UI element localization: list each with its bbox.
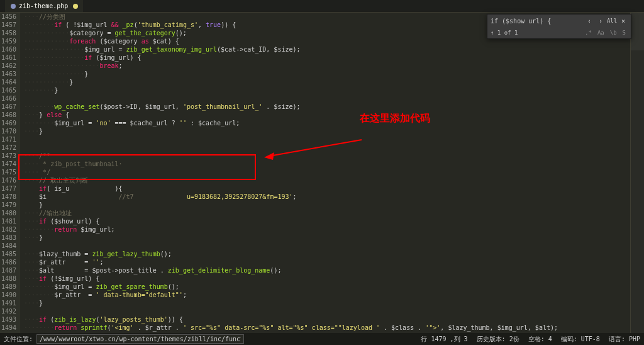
code-line — [24, 94, 630, 103]
find-regex-option[interactable]: .* — [583, 29, 594, 37]
line-number: 1464 — [0, 78, 16, 86]
code-line: ···· */ — [24, 168, 630, 176]
find-input[interactable] — [491, 18, 582, 25]
line-number: 1469 — [0, 119, 16, 127]
line-number: 1456 — [0, 13, 16, 21]
code-line: if( is_u ){ — [24, 184, 630, 193]
code-line: ············} — [24, 78, 630, 86]
line-number: 1484 — [0, 242, 16, 250]
find-panel: ‹ › All × ↑ 1 of 1 .* Aa \b S — [487, 14, 631, 39]
code-line: ····$alt = $post->post_title . zib_get_d… — [24, 266, 630, 274]
line-gutter: 1456145714581459146014611462146314641465… — [0, 13, 20, 333]
code-line: ····if (zib_is_lazy('lazy_posts_thumb'))… — [24, 315, 630, 324]
line-number: 1487 — [0, 266, 16, 274]
line-number: 1482 — [0, 225, 16, 234]
tab-filename: zib-theme.php — [19, 3, 68, 9]
code-line: ················} — [24, 70, 630, 78]
line-number: 1461 — [0, 54, 16, 62]
minimap[interactable] — [630, 13, 644, 333]
code-line: ····//输出地址 — [24, 209, 630, 217]
code-line — [24, 242, 630, 250]
minimap-viewport[interactable] — [631, 13, 644, 50]
line-number: 1474 — [0, 160, 16, 168]
line-number: 1460 — [0, 45, 16, 54]
line-number: 1463 — [0, 70, 16, 78]
line-number: 1486 — [0, 258, 16, 266]
code-line: ····} else { — [24, 111, 630, 119]
status-bar: 文件位置: 行 1479 ,列 3 历史版本: 2份 空格: 4 编码: UTF… — [0, 333, 644, 345]
find-all-button[interactable]: All — [608, 16, 616, 25]
code-line: $i //t7 u=9183682,3925278027&fm=193'; — [24, 193, 630, 201]
status-path-input[interactable] — [36, 334, 244, 344]
code-line: ····/** — [24, 152, 630, 160]
find-next-button[interactable]: › — [596, 16, 605, 25]
line-number: 1494 — [0, 324, 16, 332]
line-number: 1483 — [0, 234, 16, 242]
annotation-text: 在这里添加代码 — [360, 112, 430, 125]
line-number: 1493 — [0, 315, 16, 324]
status-history[interactable]: 历史版本: 2份 — [477, 335, 519, 344]
line-number: 1492 — [0, 307, 16, 315]
line-number: 1462 — [0, 62, 16, 70]
svg-point-0 — [11, 4, 16, 9]
line-number: 1473 — [0, 152, 16, 160]
modified-indicator — [73, 4, 78, 9]
code-line: ····} — [24, 234, 630, 242]
code-line: ····if ($show_url) { — [24, 217, 630, 225]
line-number: 1485 — [0, 250, 16, 258]
status-encoding[interactable]: 编码: UTF-8 — [561, 335, 600, 344]
code-line: ···· * zib_post_thumbnail· — [24, 160, 630, 168]
code-line: ····} — [24, 127, 630, 135]
tab-bar: zib-theme.php — [0, 0, 644, 13]
find-count: 1 of 1 — [497, 30, 518, 36]
line-number: 1481 — [0, 217, 16, 225]
line-number: 1465 — [0, 86, 16, 94]
line-number: 1479 — [0, 201, 16, 209]
find-selection-option[interactable]: S — [621, 29, 628, 37]
editor: 1456145714581459146014611462146314641465… — [0, 13, 644, 333]
status-spaces[interactable]: 空格: 4 — [528, 335, 552, 344]
line-number: 1466 — [0, 94, 16, 103]
line-number: 1478 — [0, 193, 16, 201]
find-word-option[interactable]: \b — [608, 29, 619, 37]
code-line: ········$r_attr = ' data-thumb="default"… — [24, 291, 630, 299]
line-number: 1470 — [0, 127, 16, 135]
file-tab[interactable]: zib-theme.php — [5, 0, 83, 12]
code-line: ········return $img_url; — [24, 225, 630, 234]
line-number: 1467 — [0, 103, 16, 111]
line-number: 1477 — [0, 184, 16, 193]
code-line: ········$img_url = zib_get_spare_thumb()… — [24, 283, 630, 291]
code-area[interactable]: ····//分类图········if ( !$img_url && _pz('… — [20, 13, 630, 333]
code-line: ····// 取出主页判断 — [24, 176, 630, 184]
status-language[interactable]: 语言: PHP — [609, 335, 640, 344]
code-line: ····if (!$img_url) { — [24, 274, 630, 283]
line-number: 1489 — [0, 283, 16, 291]
line-number: 1458 — [0, 29, 16, 37]
code-line: ········$img_url = 'no' === $cache_url ?… — [24, 119, 630, 127]
line-number: 1475 — [0, 168, 16, 176]
code-line: ····} — [24, 299, 630, 307]
code-line: ····$lazy_thumb = zib_get_lazy_thumb(); — [24, 250, 630, 258]
code-line: ····$r_attr = ''; — [24, 258, 630, 266]
status-path-label: 文件位置: — [4, 335, 33, 344]
line-number: 1471 — [0, 135, 16, 144]
find-prev-button[interactable]: ‹ — [585, 16, 594, 25]
code-line: ········wp_cache_set($post->ID, $img_url… — [24, 103, 630, 111]
line-number: 1457 — [0, 21, 16, 29]
code-line: ····················break; — [24, 62, 630, 70]
line-number: 1472 — [0, 144, 16, 152]
code-line — [24, 144, 630, 152]
find-case-option[interactable]: Aa — [596, 29, 606, 37]
find-close-button[interactable]: × — [619, 16, 628, 25]
find-count-prefix: ↑ — [491, 30, 494, 36]
code-line: ················$img_url = zib_get_taxon… — [24, 45, 630, 54]
line-number: 1476 — [0, 176, 16, 184]
code-line: ················if ($img_url) { — [24, 54, 630, 62]
code-line: ········return sprintf('<img' . $r_attr … — [24, 324, 630, 332]
code-line: ········} — [24, 86, 630, 94]
line-number: 1468 — [0, 111, 16, 119]
status-line-col[interactable]: 行 1479 ,列 3 — [421, 335, 467, 344]
code-line — [24, 307, 630, 315]
line-number: 1488 — [0, 274, 16, 283]
line-number: 1491 — [0, 299, 16, 307]
